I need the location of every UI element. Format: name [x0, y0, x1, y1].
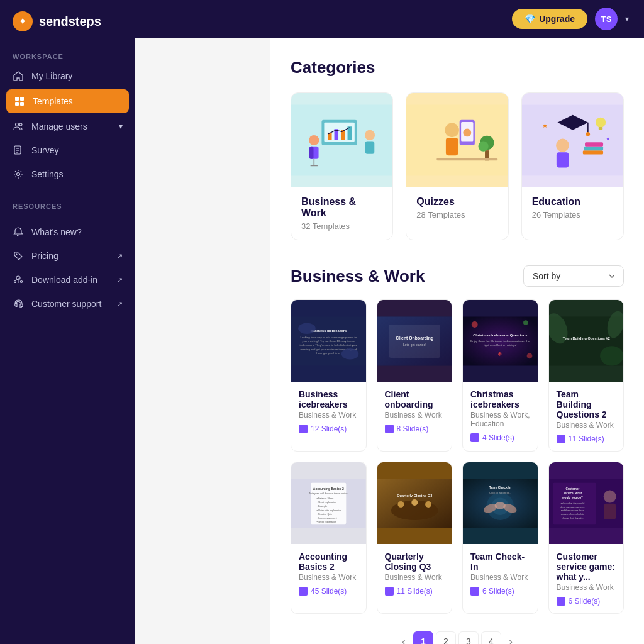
- svg-rect-66: [389, 324, 440, 357]
- slides-icon: [385, 587, 394, 596]
- template-category: Business & Work: [557, 583, 616, 592]
- template-name: Business icebreakers: [299, 389, 358, 409]
- template-card[interactable]: Christmas Icebreaker Questions Enjoy the…: [462, 299, 538, 452]
- sidebar-item-label: Survey: [31, 145, 59, 155]
- slides-icon: [470, 433, 479, 442]
- template-slides: 45 Slide(s): [299, 587, 358, 596]
- sidebar-item-pricing[interactable]: Pricing ↗: [0, 244, 135, 268]
- svg-point-122: [603, 490, 616, 502]
- sidebar-item-label: Pricing: [31, 251, 58, 261]
- pagination-next[interactable]: ›: [504, 633, 518, 645]
- user-menu-chevron[interactable]: ▾: [625, 14, 629, 23]
- svg-rect-47: [557, 152, 569, 167]
- category-card-education[interactable]: ★ ★ Education 26 Templates: [521, 92, 624, 240]
- svg-point-98: [397, 501, 404, 508]
- slides-count: 12 Slide(s): [311, 425, 347, 433]
- sidebar-item-whats-new[interactable]: What's new?: [0, 220, 135, 244]
- sidebar-item-survey[interactable]: Survey: [0, 138, 135, 162]
- svg-text:★: ★: [606, 136, 610, 142]
- template-thumbnail: Christmas Icebreaker Questions Enjoy the…: [463, 300, 538, 382]
- slides-count: 6 Slide(s): [482, 587, 514, 596]
- sidebar-item-label: Templates: [33, 96, 73, 106]
- svg-text:Looking for a way to add some : Looking for a way to add some engagement…: [300, 335, 357, 338]
- template-body: Business icebreakers Business & Work 12 …: [291, 382, 366, 441]
- category-card-quizzes[interactable]: Quizzes 28 Templates: [406, 92, 508, 240]
- slides-icon: [470, 587, 479, 596]
- pagination-page-1[interactable]: 1: [413, 631, 433, 644]
- template-card[interactable]: Accounting Basics 2 Today we will discus…: [291, 462, 367, 614]
- users-icon: [13, 121, 24, 132]
- tag-icon: [13, 250, 24, 262]
- sidebar-item-customer-support[interactable]: Customer support ↗: [0, 292, 135, 316]
- sidebar: ✦ sendsteps WORKSPACE My Library Templat…: [0, 0, 135, 644]
- svg-text:right mood for the holidays!: right mood for the holidays!: [484, 343, 517, 347]
- user-avatar[interactable]: TS: [595, 8, 618, 30]
- template-card[interactable]: Quarterly Closing Q3 Quarterly Closing Q…: [377, 462, 453, 614]
- svg-text:• Income statement: • Income statement: [317, 517, 338, 519]
- svg-text:❄: ❄: [497, 350, 502, 357]
- pagination-prev[interactable]: ‹: [397, 633, 411, 645]
- svg-rect-2: [15, 97, 19, 101]
- template-card[interactable]: Client Onboarding Let's get started! Cli…: [377, 299, 453, 452]
- pagination-page-2[interactable]: 2: [436, 631, 456, 644]
- diamond-icon: 💎: [525, 14, 535, 24]
- sidebar-item-manage-users[interactable]: Manage users ▾: [0, 114, 135, 138]
- category-image-biz: [291, 93, 392, 187]
- svg-text:Click to add text...: Click to add text...: [489, 491, 511, 494]
- upgrade-button[interactable]: 💎 Upgrade: [512, 9, 587, 29]
- svg-rect-50: [585, 142, 603, 146]
- svg-rect-48: [582, 150, 602, 154]
- svg-text:would you do?: would you do?: [561, 496, 582, 499]
- category-count: 28 Templates: [416, 210, 497, 219]
- template-slides: 8 Slide(s): [385, 425, 445, 433]
- template-card[interactable]: Team Building Questions #2 Team Building…: [548, 299, 625, 452]
- template-name: Team Check-In: [470, 552, 530, 572]
- file-icon: [13, 145, 24, 156]
- template-card[interactable]: Customer service: what would you do? ask…: [548, 462, 625, 614]
- home-icon: [13, 70, 24, 82]
- svg-point-110: [495, 502, 506, 509]
- svg-rect-5: [20, 102, 24, 106]
- svg-point-6: [16, 123, 19, 126]
- sidebar-resources: What's new? Pricing ↗ Download add-in ↗ …: [0, 214, 135, 322]
- pagination-page-4[interactable]: 4: [481, 631, 501, 644]
- category-card-business[interactable]: Business & Work 32 Templates: [291, 92, 393, 240]
- template-card[interactable]: Team Check-In Click to add text... Team …: [462, 462, 538, 614]
- headset-icon: [13, 298, 24, 309]
- category-image-edu: ★ ★: [522, 93, 623, 187]
- svg-point-62: [298, 323, 315, 333]
- business-section-header: Business & Work Sort by: [291, 265, 624, 287]
- svg-text:• Balance Sheet: • Balance Sheet: [317, 497, 335, 499]
- template-thumbnail: Accounting Basics 2 Today we will discus…: [291, 462, 366, 544]
- template-name: Client onboarding: [385, 389, 445, 409]
- category-info: Quizzes 28 Templates: [406, 187, 508, 228]
- sidebar-item-settings[interactable]: Settings: [0, 162, 135, 186]
- svg-text:Let's get started!: Let's get started!: [402, 343, 426, 347]
- svg-rect-123: [604, 503, 616, 519]
- sidebar-item-download-add-in[interactable]: Download add-in ↗: [0, 268, 135, 292]
- business-section-title: Business & Work: [291, 267, 425, 286]
- sidebar-item-templates[interactable]: Templates: [6, 89, 129, 113]
- svg-text:★: ★: [542, 122, 548, 129]
- svg-point-25: [309, 135, 319, 145]
- slides-icon: [299, 587, 308, 596]
- sidebar-item-my-library[interactable]: My Library: [0, 64, 135, 88]
- logo[interactable]: ✦ sendsteps: [0, 0, 135, 43]
- svg-rect-34: [446, 138, 458, 155]
- category-name: Business & Work: [301, 196, 382, 219]
- svg-point-7: [19, 123, 22, 126]
- template-slides: 12 Slide(s): [299, 425, 358, 433]
- template-name: Accounting Basics 2: [299, 552, 358, 572]
- bell-icon: [13, 226, 24, 238]
- template-card[interactable]: Business icebreakers Looking for a way t…: [291, 299, 367, 452]
- category-count: 32 Templates: [301, 221, 382, 231]
- categories-grid: Business & Work 32 Templates: [291, 92, 624, 240]
- svg-point-46: [556, 139, 569, 152]
- sort-by-select[interactable]: Sort by: [523, 265, 624, 287]
- svg-text:Team Check-In: Team Check-In: [489, 486, 511, 489]
- pagination-page-3[interactable]: 3: [458, 631, 479, 644]
- upgrade-label: Upgrade: [539, 14, 575, 24]
- slides-count: 8 Slide(s): [397, 425, 429, 433]
- category-image-quiz: [406, 93, 508, 187]
- svg-point-100: [425, 501, 431, 508]
